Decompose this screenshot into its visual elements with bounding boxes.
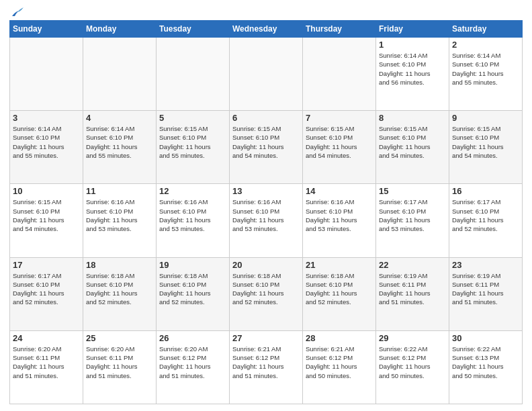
day-number: 21 bbox=[306, 260, 373, 270]
day-info: Sunrise: 6:21 AM Sunset: 6:12 PM Dayligh… bbox=[306, 345, 373, 380]
weekday-header-thursday: Thursday bbox=[303, 21, 376, 38]
day-number: 3 bbox=[13, 113, 80, 123]
day-number: 17 bbox=[13, 260, 80, 270]
logo-bird-icon bbox=[11, 7, 24, 19]
calendar-cell: 7Sunrise: 6:15 AM Sunset: 6:10 PM Daylig… bbox=[303, 111, 376, 184]
day-info: Sunrise: 6:15 AM Sunset: 6:10 PM Dayligh… bbox=[13, 197, 80, 233]
week-row-5: 24Sunrise: 6:20 AM Sunset: 6:11 PM Dayli… bbox=[10, 330, 523, 404]
calendar-cell: 23Sunrise: 6:19 AM Sunset: 6:11 PM Dayli… bbox=[449, 257, 523, 330]
day-number: 19 bbox=[159, 260, 226, 270]
day-number: 2 bbox=[452, 40, 519, 50]
day-number: 22 bbox=[379, 260, 446, 270]
day-number: 8 bbox=[379, 113, 446, 123]
calendar-cell: 11Sunrise: 6:16 AM Sunset: 6:10 PM Dayli… bbox=[83, 184, 157, 257]
calendar-cell: 14Sunrise: 6:16 AM Sunset: 6:10 PM Dayli… bbox=[303, 184, 376, 257]
day-info: Sunrise: 6:15 AM Sunset: 6:10 PM Dayligh… bbox=[159, 124, 226, 160]
weekday-header-wednesday: Wednesday bbox=[230, 21, 303, 38]
day-info: Sunrise: 6:17 AM Sunset: 6:10 PM Dayligh… bbox=[452, 197, 519, 233]
day-number: 20 bbox=[232, 260, 300, 270]
day-info: Sunrise: 6:14 AM Sunset: 6:10 PM Dayligh… bbox=[379, 51, 446, 87]
week-row-2: 3Sunrise: 6:14 AM Sunset: 6:10 PM Daylig… bbox=[10, 111, 523, 184]
calendar-cell: 25Sunrise: 6:20 AM Sunset: 6:11 PM Dayli… bbox=[83, 330, 157, 404]
day-info: Sunrise: 6:15 AM Sunset: 6:10 PM Dayligh… bbox=[452, 124, 519, 160]
day-info: Sunrise: 6:16 AM Sunset: 6:10 PM Dayligh… bbox=[232, 197, 300, 233]
day-number: 4 bbox=[86, 113, 153, 123]
day-info: Sunrise: 6:19 AM Sunset: 6:11 PM Dayligh… bbox=[379, 271, 446, 307]
day-info: Sunrise: 6:14 AM Sunset: 6:10 PM Dayligh… bbox=[13, 124, 80, 160]
calendar-cell: 2Sunrise: 6:14 AM Sunset: 6:10 PM Daylig… bbox=[449, 38, 523, 111]
day-info: Sunrise: 6:15 AM Sunset: 6:10 PM Dayligh… bbox=[379, 124, 446, 160]
calendar-cell: 22Sunrise: 6:19 AM Sunset: 6:11 PM Dayli… bbox=[376, 257, 449, 330]
day-number: 27 bbox=[232, 333, 300, 343]
day-info: Sunrise: 6:16 AM Sunset: 6:10 PM Dayligh… bbox=[159, 197, 226, 233]
day-number: 13 bbox=[232, 186, 300, 196]
weekday-header-friday: Friday bbox=[376, 21, 449, 38]
day-number: 1 bbox=[379, 40, 446, 50]
day-info: Sunrise: 6:19 AM Sunset: 6:11 PM Dayligh… bbox=[452, 271, 519, 307]
day-info: Sunrise: 6:20 AM Sunset: 6:11 PM Dayligh… bbox=[13, 345, 80, 380]
day-number: 30 bbox=[452, 333, 519, 343]
calendar-cell: 1Sunrise: 6:14 AM Sunset: 6:10 PM Daylig… bbox=[376, 38, 449, 111]
day-info: Sunrise: 6:20 AM Sunset: 6:11 PM Dayligh… bbox=[86, 345, 153, 380]
calendar-cell bbox=[157, 38, 230, 111]
calendar-cell: 20Sunrise: 6:18 AM Sunset: 6:10 PM Dayli… bbox=[230, 257, 303, 330]
day-info: Sunrise: 6:18 AM Sunset: 6:10 PM Dayligh… bbox=[306, 271, 373, 307]
day-number: 16 bbox=[452, 186, 519, 196]
day-info: Sunrise: 6:17 AM Sunset: 6:10 PM Dayligh… bbox=[13, 271, 80, 307]
calendar-cell: 17Sunrise: 6:17 AM Sunset: 6:10 PM Dayli… bbox=[10, 257, 83, 330]
calendar-cell: 21Sunrise: 6:18 AM Sunset: 6:10 PM Dayli… bbox=[303, 257, 376, 330]
day-number: 28 bbox=[306, 333, 373, 343]
day-info: Sunrise: 6:16 AM Sunset: 6:10 PM Dayligh… bbox=[306, 197, 373, 233]
calendar-cell: 12Sunrise: 6:16 AM Sunset: 6:10 PM Dayli… bbox=[157, 184, 230, 257]
calendar-cell: 15Sunrise: 6:17 AM Sunset: 6:10 PM Dayli… bbox=[376, 184, 449, 257]
calendar-cell: 9Sunrise: 6:15 AM Sunset: 6:10 PM Daylig… bbox=[449, 111, 523, 184]
day-info: Sunrise: 6:18 AM Sunset: 6:10 PM Dayligh… bbox=[232, 271, 300, 307]
calendar-cell: 13Sunrise: 6:16 AM Sunset: 6:10 PM Dayli… bbox=[230, 184, 303, 257]
day-info: Sunrise: 6:22 AM Sunset: 6:12 PM Dayligh… bbox=[379, 345, 446, 380]
day-info: Sunrise: 6:15 AM Sunset: 6:10 PM Dayligh… bbox=[232, 124, 300, 160]
week-row-4: 17Sunrise: 6:17 AM Sunset: 6:10 PM Dayli… bbox=[10, 257, 523, 330]
calendar-cell: 26Sunrise: 6:20 AM Sunset: 6:12 PM Dayli… bbox=[157, 330, 230, 404]
day-number: 25 bbox=[86, 333, 153, 343]
calendar-cell: 28Sunrise: 6:21 AM Sunset: 6:12 PM Dayli… bbox=[303, 330, 376, 404]
day-number: 12 bbox=[159, 186, 226, 196]
day-info: Sunrise: 6:22 AM Sunset: 6:13 PM Dayligh… bbox=[452, 345, 519, 380]
calendar-cell: 19Sunrise: 6:18 AM Sunset: 6:10 PM Dayli… bbox=[157, 257, 230, 330]
calendar: SundayMondayTuesdayWednesdayThursdayFrid… bbox=[9, 20, 523, 404]
day-number: 11 bbox=[86, 186, 153, 196]
calendar-cell bbox=[10, 38, 83, 111]
calendar-cell: 3Sunrise: 6:14 AM Sunset: 6:10 PM Daylig… bbox=[10, 111, 83, 184]
logo bbox=[9, 7, 24, 16]
day-info: Sunrise: 6:14 AM Sunset: 6:10 PM Dayligh… bbox=[452, 51, 519, 87]
calendar-cell: 29Sunrise: 6:22 AM Sunset: 6:12 PM Dayli… bbox=[376, 330, 449, 404]
weekday-header-row: SundayMondayTuesdayWednesdayThursdayFrid… bbox=[10, 21, 523, 38]
logo-text bbox=[9, 7, 24, 19]
weekday-header-tuesday: Tuesday bbox=[157, 21, 230, 38]
calendar-cell: 27Sunrise: 6:21 AM Sunset: 6:12 PM Dayli… bbox=[230, 330, 303, 404]
day-info: Sunrise: 6:14 AM Sunset: 6:10 PM Dayligh… bbox=[86, 124, 153, 160]
day-number: 29 bbox=[379, 333, 446, 343]
calendar-cell: 4Sunrise: 6:14 AM Sunset: 6:10 PM Daylig… bbox=[83, 111, 157, 184]
calendar-cell: 8Sunrise: 6:15 AM Sunset: 6:10 PM Daylig… bbox=[376, 111, 449, 184]
day-number: 18 bbox=[86, 260, 153, 270]
calendar-cell bbox=[230, 38, 303, 111]
calendar-cell: 16Sunrise: 6:17 AM Sunset: 6:10 PM Dayli… bbox=[449, 184, 523, 257]
day-info: Sunrise: 6:17 AM Sunset: 6:10 PM Dayligh… bbox=[379, 197, 446, 233]
calendar-cell bbox=[83, 38, 157, 111]
day-number: 26 bbox=[159, 333, 226, 343]
day-number: 15 bbox=[379, 186, 446, 196]
calendar-cell bbox=[303, 38, 376, 111]
page: SundayMondayTuesdayWednesdayThursdayFrid… bbox=[0, 0, 532, 411]
weekday-header-saturday: Saturday bbox=[449, 21, 523, 38]
day-info: Sunrise: 6:21 AM Sunset: 6:12 PM Dayligh… bbox=[232, 345, 300, 380]
day-info: Sunrise: 6:18 AM Sunset: 6:10 PM Dayligh… bbox=[159, 271, 226, 307]
week-row-3: 10Sunrise: 6:15 AM Sunset: 6:10 PM Dayli… bbox=[10, 184, 523, 257]
calendar-cell: 6Sunrise: 6:15 AM Sunset: 6:10 PM Daylig… bbox=[230, 111, 303, 184]
day-number: 23 bbox=[452, 260, 519, 270]
week-row-1: 1Sunrise: 6:14 AM Sunset: 6:10 PM Daylig… bbox=[10, 38, 523, 111]
weekday-header-monday: Monday bbox=[83, 21, 157, 38]
calendar-cell: 18Sunrise: 6:18 AM Sunset: 6:10 PM Dayli… bbox=[83, 257, 157, 330]
day-number: 10 bbox=[13, 186, 80, 196]
calendar-cell: 30Sunrise: 6:22 AM Sunset: 6:13 PM Dayli… bbox=[449, 330, 523, 404]
day-number: 24 bbox=[13, 333, 80, 343]
